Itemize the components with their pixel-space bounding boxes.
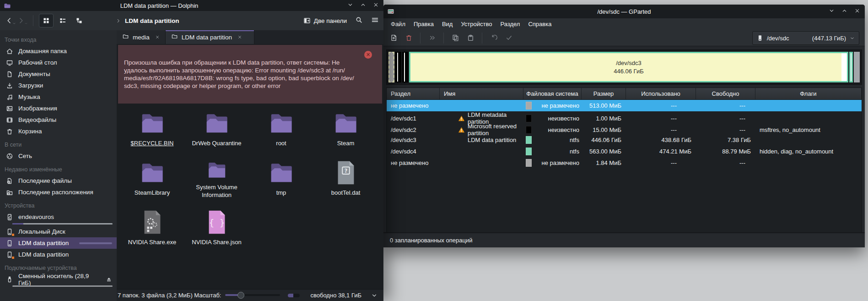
file-item[interactable]: NVIDIA Share.json <box>184 208 249 248</box>
error-message: Произошла ошибка при обращении к LDM dat… <box>124 59 354 89</box>
sidebar-item-images[interactable]: Изображения <box>0 103 117 114</box>
file-item[interactable]: Steam <box>313 109 378 149</box>
menu-partition[interactable]: Раздел <box>496 18 524 30</box>
error-close-icon[interactable]: ✕ <box>364 51 372 59</box>
segment-sdc1[interactable] <box>395 52 401 82</box>
error-banner: Произошла ошибка при обращении к LDM dat… <box>118 45 382 104</box>
document-icon <box>6 71 13 78</box>
zoom-slider[interactable] <box>225 292 280 299</box>
file-item[interactable]: $RECYCLE.BIN <box>120 109 184 149</box>
menu-help[interactable]: Справка <box>524 18 555 30</box>
menu-view[interactable]: Вид <box>438 18 457 30</box>
sidebar-item-home[interactable]: Домашняя папка <box>0 45 117 57</box>
sidebar-item-videos[interactable]: Видеофайлы <box>0 114 117 126</box>
table-row[interactable]: /dev/sdc3 LDM data partition ntfs 446.06… <box>387 134 862 146</box>
mounted-badge <box>11 233 15 236</box>
file-item[interactable]: SteamLibrary <box>120 159 184 199</box>
sidebar-item-local-disk[interactable]: Локальный Диск <box>0 226 117 237</box>
file-item[interactable]: bootTel.dat <box>313 159 378 199</box>
file-item[interactable]: root <box>249 109 313 149</box>
menu-device[interactable]: Устройство <box>457 18 496 30</box>
copy-button[interactable] <box>449 32 462 44</box>
table-row[interactable]: не размечено не размечено 1.84 МиБ --- -… <box>387 157 862 169</box>
column-header-used[interactable]: Использовано <box>626 88 696 99</box>
sidebar-item-downloads[interactable]: Загрузки <box>0 80 117 91</box>
tab-close-icon[interactable] <box>155 35 160 39</box>
icons-view-button[interactable] <box>39 14 54 27</box>
table-row[interactable]: /dev/sdc1 LDM metadata partition неизвес… <box>387 111 862 123</box>
slider-handle[interactable] <box>237 292 244 299</box>
device-selector[interactable]: /dev/sdc (447.13 ГиБ) <box>752 31 859 45</box>
fs-color-swatch <box>526 126 532 134</box>
sidebar-item-network[interactable]: Сеть <box>0 150 117 162</box>
dolphin-statusbar: 7 папок. 3 файла (3,2 МиБ) Масштаб: своб… <box>117 289 383 301</box>
menu-file[interactable]: Файл <box>387 18 410 30</box>
sidebar-item-removable-media[interactable]: Сменный носитель (28,9 ГиБ) <box>0 274 117 285</box>
file-item[interactable]: System Volume Information <box>184 159 249 199</box>
segment-unallocated-selected[interactable] <box>388 52 394 82</box>
sidebar-item-desktop[interactable]: Рабочий стол <box>0 57 117 68</box>
table-row[interactable]: /dev/sdc4 ntfs 563.00 МиБ 474.21 МиБ 88.… <box>387 146 862 157</box>
items-summary: 7 папок. 3 файла (3,2 МиБ) <box>118 292 193 299</box>
new-partition-button[interactable] <box>387 32 400 44</box>
close-icon[interactable] <box>854 8 860 15</box>
toolbar-separator <box>443 33 444 44</box>
maximize-icon[interactable] <box>360 2 366 9</box>
breadcrumb[interactable]: LDM data partition <box>116 17 179 24</box>
eject-icon[interactable] <box>106 276 112 283</box>
apply-button[interactable] <box>502 32 515 44</box>
back-button[interactable] <box>5 15 16 26</box>
close-icon[interactable] <box>373 2 379 9</box>
sidebar-item-endeavouros[interactable]: endeavouros <box>0 211 117 223</box>
chevron-down-icon[interactable] <box>371 292 377 299</box>
delete-partition-button[interactable] <box>402 32 415 44</box>
segment-sdc4[interactable] <box>849 52 853 82</box>
fs-color-swatch <box>526 136 532 144</box>
section-header-removable: Подключаемые устройства <box>0 260 117 274</box>
column-header-filesystem[interactable]: Файловая система <box>523 88 582 99</box>
sidebar-item-recent-locations[interactable]: Последние расположения <box>0 186 117 198</box>
column-header-size[interactable]: Размер <box>582 88 626 99</box>
maximize-icon[interactable] <box>841 8 847 15</box>
paste-button[interactable] <box>464 32 477 44</box>
split-panels-button[interactable]: Две панели <box>303 17 347 24</box>
file-item[interactable]: DrWeb Quarantine <box>184 109 249 149</box>
recent-file-icon <box>6 177 13 185</box>
file-item[interactable]: NVIDIA Share.exe <box>120 208 184 248</box>
minimize-icon[interactable] <box>829 8 835 15</box>
segment-label-size: 446.06 ГиБ <box>614 67 643 76</box>
segment-sdc3[interactable]: /dev/sdc3 446.06 ГиБ <box>409 52 848 82</box>
minimize-icon[interactable] <box>347 2 353 9</box>
sidebar-item-recent-files[interactable]: Последние файлы <box>0 175 117 186</box>
table-header-row: Раздел Имя Файловая система Размер Испол… <box>387 88 862 100</box>
sidebar-item-ldm-data-partition[interactable]: LDM data partition <box>0 237 117 249</box>
segment-sdc2[interactable] <box>402 52 408 82</box>
sidebar-item-trash[interactable]: Корзина <box>0 126 117 137</box>
file-item[interactable]: tmp <box>249 159 313 199</box>
search-icon[interactable] <box>355 16 363 26</box>
hamburger-menu-icon[interactable] <box>371 16 379 26</box>
tab-ldm-data-partition[interactable]: LDM data partition <box>166 30 254 44</box>
tree-view-button[interactable] <box>72 14 86 27</box>
warning-icon <box>458 115 465 122</box>
details-view-button[interactable] <box>55 14 70 27</box>
column-header-name[interactable]: Имя <box>440 88 523 99</box>
menu-edit[interactable]: Правка <box>410 18 438 30</box>
column-header-free[interactable]: Свободно <box>696 88 755 99</box>
gparted-window-title: /dev/sdc — GParted <box>597 8 651 15</box>
resize-move-button[interactable] <box>426 32 438 44</box>
forward-button[interactable] <box>16 15 28 26</box>
column-header-partition[interactable]: Раздел <box>387 88 440 99</box>
sidebar-item-documents[interactable]: Документы <box>0 68 117 80</box>
tab-close-icon[interactable] <box>237 35 242 39</box>
fs-color-swatch <box>526 159 532 167</box>
segment-unallocated-end[interactable] <box>854 52 860 82</box>
sidebar-item-ldm-data-partition-2[interactable]: LDM data partition <box>0 249 117 260</box>
table-row[interactable]: /dev/sdc2 Microsoft reserved partition н… <box>387 123 862 134</box>
undo-button[interactable] <box>487 32 500 44</box>
table-row[interactable]: не размечено не размечено 513.00 МиБ ---… <box>387 100 862 111</box>
column-header-flags[interactable]: Флаги <box>755 88 862 99</box>
sidebar-item-music[interactable]: Музыка <box>0 91 117 103</box>
capacity-bar <box>79 242 112 244</box>
tab-media[interactable]: media <box>117 30 166 44</box>
